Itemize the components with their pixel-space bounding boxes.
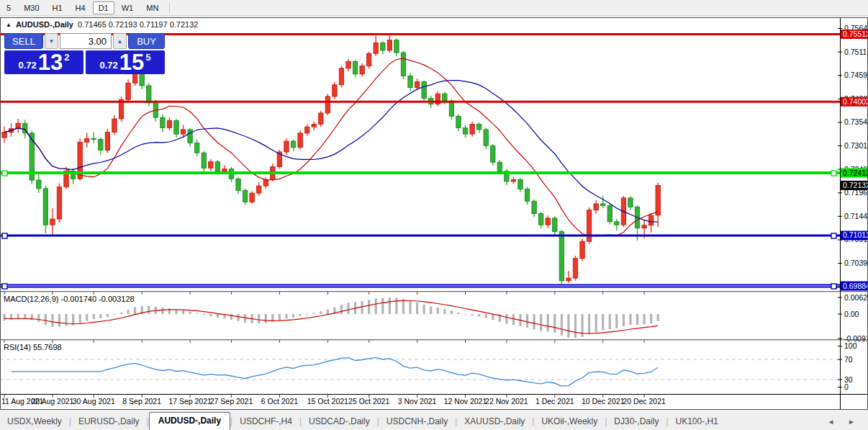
- macd-histogram-bar: [327, 309, 329, 314]
- price-tick-label: 0.70390: [844, 259, 868, 267]
- line-handle[interactable]: [2, 233, 7, 238]
- macd-histogram-bar: [547, 314, 549, 332]
- date-label: 10 Dec 2021: [582, 397, 625, 406]
- buy-button[interactable]: BUY: [128, 33, 165, 49]
- macd-histogram-bar: [3, 314, 5, 321]
- timeframe-button-w1[interactable]: W1: [116, 1, 140, 14]
- macd-histogram-bar: [127, 310, 129, 314]
- candle-body: [167, 120, 171, 127]
- chart-tab-ukoil-weekly[interactable]: UKOil-,Weekly: [534, 413, 605, 430]
- candle-body: [2, 133, 6, 138]
- sell-price-big: 13: [38, 53, 63, 73]
- chart-symbol-label: AUDUSD-,Daily: [16, 20, 73, 29]
- macd-histogram-bar: [107, 314, 109, 317]
- tab-scroll-arrows[interactable]: ◄ ►: [827, 418, 868, 430]
- macd-histogram-bar: [45, 314, 47, 325]
- macd-histogram-bar: [485, 314, 487, 318]
- rsi-axis-label: 0: [844, 382, 849, 391]
- macd-histogram-bar: [623, 314, 625, 326]
- macd-histogram-bar: [588, 314, 590, 335]
- timeframe-button-5[interactable]: 5: [1, 1, 17, 14]
- volume-input[interactable]: 3.00: [60, 33, 112, 49]
- line-handle[interactable]: [2, 171, 7, 176]
- candle-body: [648, 215, 653, 225]
- volume-decrease-icon[interactable]: ▼: [45, 33, 58, 49]
- line-handle[interactable]: [831, 284, 836, 289]
- macd-histogram-bar: [320, 311, 322, 314]
- collapse-icon[interactable]: ▲: [6, 22, 12, 28]
- candle-body: [594, 204, 598, 210]
- timeframe-button-h4[interactable]: H4: [70, 1, 91, 14]
- macd-histogram-bar: [306, 314, 308, 315]
- candle-body: [215, 162, 220, 171]
- macd-histogram-bar: [526, 314, 528, 328]
- timeframe-button-m30[interactable]: M30: [18, 1, 45, 14]
- candle-body: [525, 189, 529, 201]
- chart-tab-usdx-weekly[interactable]: USDX,Weekly: [0, 413, 69, 430]
- macd-histogram-bar: [196, 313, 198, 314]
- price-tick-label: 0.74590: [844, 71, 868, 79]
- chart-title: ▲ AUDUSD-,Daily 0.71465 0.72193 0.71197 …: [6, 20, 198, 29]
- sell-price-button[interactable]: 0.72 13 2: [4, 50, 83, 74]
- chart-tab-usdcad-daily[interactable]: USDCAD-,Daily: [302, 413, 377, 430]
- chart-tab-dj30-daily[interactable]: DJ30-,Daily: [607, 413, 666, 430]
- candle-body: [85, 138, 89, 142]
- timeframe-button-mn[interactable]: MN: [140, 1, 164, 14]
- sell-button[interactable]: SELL: [4, 33, 43, 49]
- candle-body: [147, 86, 151, 103]
- candle-body: [580, 241, 584, 259]
- macd-histogram-bar: [478, 314, 480, 316]
- candle-body: [615, 222, 619, 225]
- chart-tab-xauusd-daily[interactable]: XAUUSD-,Daily: [457, 413, 532, 430]
- chart-tab-eurusd-daily[interactable]: EURUSD-,Daily: [71, 413, 147, 430]
- candle-body: [353, 61, 357, 73]
- date-label: 20 Dec 2021: [623, 397, 666, 406]
- chart-tab-usdchf-h4[interactable]: USDCHF-,H4: [232, 413, 299, 430]
- candle-body: [381, 42, 385, 50]
- candle-body: [553, 218, 557, 232]
- macd-histogram-bar: [368, 300, 370, 314]
- macd-histogram-bar: [37, 314, 40, 322]
- macd-histogram-bar: [161, 308, 163, 314]
- volume-increase-icon[interactable]: ▲: [113, 33, 127, 49]
- candle-body: [566, 278, 571, 281]
- chart-canvas[interactable]: 0.756400.751150.745900.740650.735400.730…: [0, 17, 868, 410]
- buy-price-button[interactable]: 0.72 15 5: [86, 50, 165, 74]
- macd-histogram-bar: [299, 314, 301, 316]
- macd-histogram-bar: [217, 314, 219, 318]
- date-label: 3 Nov 2021: [398, 397, 437, 406]
- macd-histogram-bar: [65, 314, 67, 326]
- macd-histogram-bar: [533, 314, 535, 329]
- macd-histogram-bar: [340, 305, 343, 314]
- chart-window: 0.756400.751150.745900.740650.735400.730…: [0, 17, 868, 410]
- candle-body: [559, 231, 564, 280]
- price-badge-label: 0.74002: [843, 97, 868, 106]
- line-handle[interactable]: [831, 233, 836, 238]
- date-label: 12 Nov 2021: [444, 397, 487, 406]
- one-click-trade-panel: SELL ▼ 3.00 ▲ BUY 0.72 13 2 0.72 15 5: [4, 33, 165, 74]
- candle-body: [366, 53, 371, 66]
- candle-body: [194, 143, 199, 153]
- timeframe-button-h1[interactable]: H1: [47, 1, 68, 14]
- macd-histogram-bar: [553, 314, 556, 333]
- candle-body: [284, 141, 289, 152]
- macd-histogram-bar: [381, 298, 384, 314]
- buy-price-pip: 5: [145, 52, 150, 63]
- line-handle[interactable]: [2, 284, 7, 289]
- sell-price-pip: 2: [64, 52, 69, 63]
- line-handle[interactable]: [831, 171, 836, 176]
- macd-histogram-bar: [265, 314, 267, 323]
- price-badge-label: 0.71012: [843, 230, 868, 239]
- candle-body: [470, 124, 474, 134]
- macd-histogram-bar: [51, 314, 53, 327]
- macd-histogram-bar: [230, 314, 232, 320]
- chart-tab-usdcnh-daily[interactable]: USDCNH-,Daily: [379, 413, 455, 430]
- candle-body: [491, 145, 495, 162]
- timeframe-button-d1[interactable]: D1: [93, 1, 114, 14]
- macd-histogram-bar: [182, 310, 184, 314]
- macd-histogram-bar: [361, 301, 363, 314]
- candle-body: [304, 127, 309, 133]
- chart-tab-audusd-daily[interactable]: AUDUSD-,Daily: [149, 412, 230, 430]
- macd-histogram-bar: [58, 314, 60, 327]
- chart-tab-uk100-h1[interactable]: UK100-,H1: [669, 413, 725, 430]
